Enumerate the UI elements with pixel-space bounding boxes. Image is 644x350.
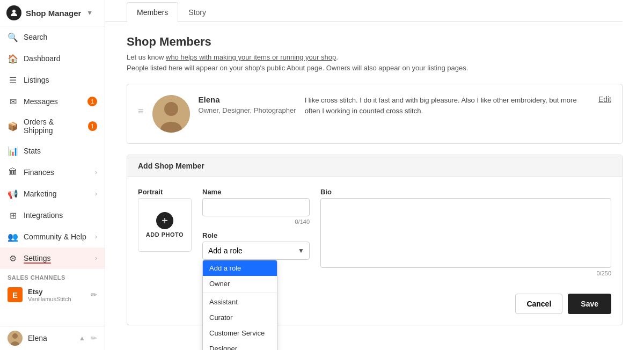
shop-manager-label: Shop Manager (26, 9, 81, 18)
add-photo-button[interactable]: + ADD PHOTO (138, 198, 192, 252)
edit-channel-icon[interactable]: ✏ (91, 290, 97, 299)
sidebar-item-label: Integrations (24, 211, 63, 220)
messages-icon: ✉ (8, 96, 18, 107)
home-icon: 🏠 (8, 53, 18, 64)
chevron-right-icon: › (95, 169, 97, 176)
sales-channel-etsy[interactable]: E Etsy VanillamusStitch ✏ (0, 283, 105, 307)
sidebar-item-label: Finances (24, 168, 54, 177)
add-photo-label: ADD PHOTO (146, 231, 184, 238)
member-bio: I like cross stitch. I do it fast and wi… (305, 95, 590, 116)
tab-story[interactable]: Story (178, 2, 216, 22)
tabs: Members Story (105, 0, 623, 22)
member-role: Owner, Designer, Photographer (199, 106, 296, 114)
dropdown-chevron-icon: ▼ (86, 9, 93, 17)
dropdown-item-designer[interactable]: Designer (203, 341, 277, 350)
portrait-group: Portrait + ADD PHOTO (138, 188, 192, 252)
bottom-user[interactable]: Elena ▲ ✏ (0, 326, 105, 350)
subtitle-suffix: . (336, 53, 338, 61)
name-group: Name 0/140 (202, 188, 310, 225)
shop-icon (6, 5, 21, 20)
orders-icon: 📦 (8, 121, 18, 132)
bio-char-count: 0/250 (320, 270, 611, 276)
member-name: Elena (199, 95, 296, 104)
add-circle-icon: + (156, 212, 173, 229)
dropdown-item-curator[interactable]: Curator (203, 310, 277, 325)
member-edit-link[interactable]: Edit (598, 95, 611, 104)
sidebar-item-label: Marketing (24, 189, 56, 198)
sidebar-item-search[interactable]: 🔍 Search (0, 26, 105, 48)
community-icon: 👥 (8, 231, 18, 242)
member-info: Elena Owner, Designer, Photographer (199, 95, 296, 114)
dropdown-item-assistant[interactable]: Assistant (203, 294, 277, 310)
channel-sublabel: VanillamusStitch (28, 296, 85, 302)
role-label: Role (202, 231, 310, 239)
dropdown-separator (203, 293, 277, 293)
sidebar-item-dashboard[interactable]: 🏠 Dashboard (0, 48, 105, 69)
member-card: ≡ Elena Owner, Designer, Photographer I … (127, 84, 623, 144)
drag-handle-icon[interactable]: ≡ (138, 106, 144, 117)
avatar (8, 331, 23, 346)
channel-name: Etsy (28, 288, 85, 296)
add-member-header: Add Shop Member (127, 155, 622, 177)
page-title: Shop Members (127, 35, 623, 49)
subtitle-line2: People listed here will appear on your s… (127, 64, 468, 72)
bottom-edit-icon[interactable]: ✏ (91, 334, 97, 342)
bio-textarea[interactable] (320, 198, 611, 268)
bottom-user-label: Elena (28, 334, 47, 342)
subtitle-prefix: Let us know (127, 53, 166, 61)
svg-point-5 (164, 102, 178, 116)
svg-point-0 (12, 10, 16, 13)
tab-members[interactable]: Members (127, 2, 178, 22)
sidebar-item-community-help[interactable]: 👥 Community & Help › (0, 226, 105, 247)
channel-info: Etsy VanillamusStitch (28, 288, 85, 302)
sidebar-item-label: Listings (24, 76, 49, 84)
dropdown-item-add-role[interactable]: Add a role (203, 260, 277, 276)
chevron-right-icon: › (95, 254, 97, 262)
finances-icon: 🏛 (8, 167, 18, 178)
sidebar-item-label: Settings (24, 254, 51, 262)
bio-group: Bio 0/250 (320, 188, 611, 276)
sidebar-item-integrations[interactable]: ⊞ Integrations (0, 205, 105, 226)
cancel-button[interactable]: Cancel (515, 294, 562, 314)
portrait-label: Portrait (138, 188, 192, 196)
name-char-count: 0/140 (202, 218, 310, 225)
chevron-right-icon: › (95, 190, 97, 198)
role-select-wrapper: Add a role Owner — Assistant Curator Cus… (202, 242, 310, 260)
marketing-icon: 📢 (8, 188, 18, 199)
sidebar-item-label: Community & Help (24, 232, 86, 241)
sidebar-item-messages[interactable]: ✉ Messages 1 (0, 91, 105, 112)
settings-icon: ⚙ (8, 253, 18, 264)
sidebar-item-label: Messages (24, 97, 58, 106)
add-member-section: Add Shop Member Portrait + ADD PHOTO Nam… (127, 155, 623, 325)
sidebar-item-label: Orders & Shipping (24, 118, 83, 135)
sidebar-item-settings[interactable]: ⚙ Settings › (0, 247, 105, 269)
stats-icon: 📊 (8, 145, 18, 156)
sidebar: Shop Manager ▼ 🔍 Search 🏠 Dashboard ☰ Li… (0, 0, 105, 350)
sidebar-item-stats[interactable]: 📊 Stats (0, 140, 105, 162)
listings-icon: ☰ (8, 75, 18, 85)
sidebar-item-label: Stats (24, 147, 41, 155)
dropdown-item-owner[interactable]: Owner (203, 276, 277, 291)
add-member-body: Portrait + ADD PHOTO Name 0/140 (127, 177, 622, 325)
subtitle-link[interactable]: who helps with making your items or runn… (166, 53, 336, 61)
sidebar-item-label: Dashboard (24, 54, 61, 63)
role-select[interactable]: Add a role Owner — Assistant Curator Cus… (202, 242, 310, 260)
dropdown-item-customer-service[interactable]: Customer Service (203, 325, 277, 341)
main-content: Members Story Shop Members Let us know w… (105, 0, 644, 350)
form-row: Portrait + ADD PHOTO Name 0/140 (138, 188, 611, 276)
page-subtitle: Let us know who helps with making your i… (127, 52, 623, 73)
member-avatar (152, 95, 190, 133)
etsy-badge: E (8, 287, 23, 302)
sidebar-item-orders-shipping[interactable]: 📦 Orders & Shipping 1 (0, 112, 105, 140)
shop-manager-header[interactable]: Shop Manager ▼ (0, 0, 105, 26)
sidebar-item-marketing[interactable]: 📢 Marketing › (0, 183, 105, 205)
svg-point-2 (12, 333, 18, 339)
sidebar-item-listings[interactable]: ☰ Listings (0, 69, 105, 91)
sidebar-item-finances[interactable]: 🏛 Finances › (0, 162, 105, 183)
name-input[interactable] (202, 198, 310, 216)
role-group: Role Add a role Owner — Assistant Curato… (202, 231, 310, 260)
save-button[interactable]: Save (568, 294, 611, 314)
sidebar-item-label: Search (24, 33, 47, 41)
bottom-chevron-icon: ▲ (79, 334, 85, 342)
bio-label: Bio (320, 188, 611, 196)
